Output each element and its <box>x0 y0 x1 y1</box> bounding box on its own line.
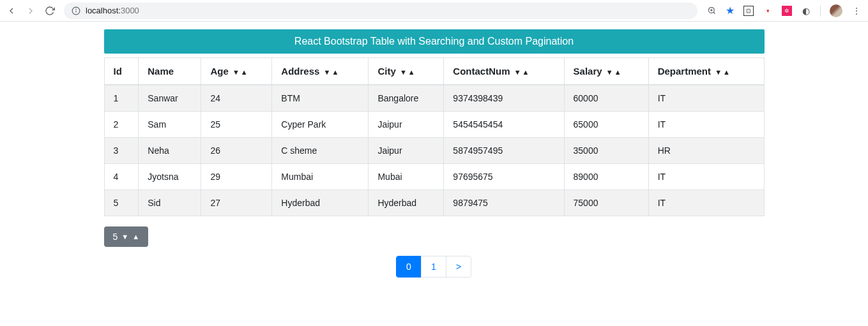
column-header-age[interactable]: Age ▼▲ <box>201 58 272 85</box>
separator <box>820 5 821 17</box>
sort-asc-icon: ▲ <box>331 68 339 76</box>
cell-dept: IT <box>648 112 764 138</box>
ext-pocket-icon[interactable]: ▾ <box>763 6 773 16</box>
cell-address: BTM <box>272 85 369 112</box>
cell-contact: 9879475 <box>444 190 564 216</box>
page-next[interactable]: > <box>446 256 471 278</box>
cell-age: 25 <box>201 112 272 138</box>
caret-down-icon: ▼ <box>121 233 128 241</box>
ext-pink-icon[interactable]: ✲ <box>782 6 792 16</box>
address-bar[interactable]: localhost:3000 <box>64 3 697 19</box>
table-row: 5Sid27HyderbadHyderbad987947575000IT <box>104 190 764 216</box>
page-title: React Bootstrap Table with Searching and… <box>104 29 765 54</box>
table-row: 1Sanwar24BTMBangalore937439843960000IT <box>104 85 764 112</box>
cell-city: Jaipur <box>369 138 444 164</box>
cell-age: 27 <box>201 190 272 216</box>
cell-id: 4 <box>104 164 139 190</box>
cell-age: 26 <box>201 138 272 164</box>
zoom-icon[interactable] <box>706 6 717 16</box>
cell-dept: HR <box>648 138 764 164</box>
cell-address: Cyper Park <box>272 112 369 138</box>
cell-salary: 60000 <box>564 85 648 112</box>
forward-icon[interactable] <box>26 6 36 16</box>
table-row: 2Sam25Cyper ParkJaipur545454545465000IT <box>104 112 764 138</box>
table-row: 3Neha26C shemeJaipur587495749535000HR <box>104 138 764 164</box>
sort-desc-icon: ▼ <box>606 68 613 76</box>
cell-salary: 65000 <box>564 112 648 138</box>
column-header-department[interactable]: Department ▼▲ <box>648 58 764 85</box>
back-icon[interactable] <box>6 6 17 16</box>
page-size-value: 5 <box>113 232 118 242</box>
page-0[interactable]: 0 <box>396 256 422 278</box>
cell-dept: IT <box>648 85 764 112</box>
cell-age: 24 <box>201 85 272 112</box>
cell-id: 5 <box>104 190 139 216</box>
cell-id: 3 <box>104 138 139 164</box>
cell-address: Hyderbad <box>272 190 369 216</box>
bookmark-star-icon[interactable]: ★ <box>726 4 735 17</box>
url: localhost:3000 <box>86 6 139 15</box>
ext-circle-icon[interactable]: ◐ <box>801 6 811 16</box>
svg-point-2 <box>76 9 77 10</box>
column-header-city[interactable]: City ▼▲ <box>369 58 444 85</box>
cell-contact: 5874957495 <box>444 138 564 164</box>
sort-desc-icon: ▼ <box>715 68 722 76</box>
column-header-id[interactable]: Id <box>104 58 139 85</box>
cell-address: Mumbai <box>272 164 369 190</box>
caret-up-icon: ▲ <box>132 233 139 241</box>
cell-name: Sam <box>139 112 201 138</box>
cell-city: Bangalore <box>369 85 444 112</box>
cell-contact: 9374398439 <box>444 85 564 112</box>
sort-desc-icon: ▼ <box>514 68 521 76</box>
cell-city: Hyderbad <box>369 190 444 216</box>
sort-asc-icon: ▲ <box>241 68 248 76</box>
ext-detect-icon[interactable]: ⊡ <box>743 6 754 16</box>
cell-age: 29 <box>201 164 272 190</box>
cell-salary: 75000 <box>564 190 648 216</box>
sort-desc-icon: ▼ <box>324 68 331 76</box>
cell-address: C sheme <box>272 138 369 164</box>
info-icon <box>72 6 80 15</box>
column-header-name[interactable]: Name <box>139 58 201 85</box>
sort-desc-icon: ▼ <box>232 68 240 76</box>
cell-salary: 35000 <box>564 138 648 164</box>
column-header-contactnum[interactable]: ContactNum ▼▲ <box>444 58 564 85</box>
cell-id: 2 <box>104 112 139 138</box>
cell-name: Jyotsna <box>139 164 201 190</box>
cell-city: Jaipur <box>369 112 444 138</box>
sort-asc-icon: ▲ <box>522 68 529 76</box>
svg-line-6 <box>713 12 715 14</box>
cell-contact: 5454545454 <box>444 112 564 138</box>
cell-name: Sanwar <box>139 85 201 112</box>
browser-toolbar: localhost:3000 ★ ⊡ ▾ ✲ ◐ ⋮ <box>0 0 868 22</box>
column-header-salary[interactable]: Salary ▼▲ <box>564 58 648 85</box>
cell-dept: IT <box>648 190 764 216</box>
cell-name: Neha <box>139 138 201 164</box>
page-1[interactable]: 1 <box>421 256 446 278</box>
column-header-address[interactable]: Address ▼▲ <box>272 58 369 85</box>
sort-asc-icon: ▲ <box>408 68 415 76</box>
page-size-dropdown[interactable]: 5 ▼ ▲ <box>104 226 149 247</box>
pagination: 01> <box>104 256 765 278</box>
cell-dept: IT <box>648 164 764 190</box>
cell-salary: 89000 <box>564 164 648 190</box>
sort-desc-icon: ▼ <box>400 68 407 76</box>
cell-contact: 97695675 <box>444 164 564 190</box>
sort-asc-icon: ▲ <box>723 68 730 76</box>
data-table: Id Name Age ▼▲Address ▼▲City ▼▲ContactNu… <box>104 57 765 216</box>
table-row: 4Jyotsna29MumbaiMubai9769567589000IT <box>104 164 764 190</box>
cell-name: Sid <box>139 190 201 216</box>
sort-asc-icon: ▲ <box>614 68 621 76</box>
cell-city: Mubai <box>369 164 444 190</box>
reload-icon[interactable] <box>45 6 55 16</box>
cell-id: 1 <box>104 85 139 112</box>
profile-avatar[interactable] <box>830 4 842 17</box>
menu-icon[interactable]: ⋮ <box>851 6 862 16</box>
